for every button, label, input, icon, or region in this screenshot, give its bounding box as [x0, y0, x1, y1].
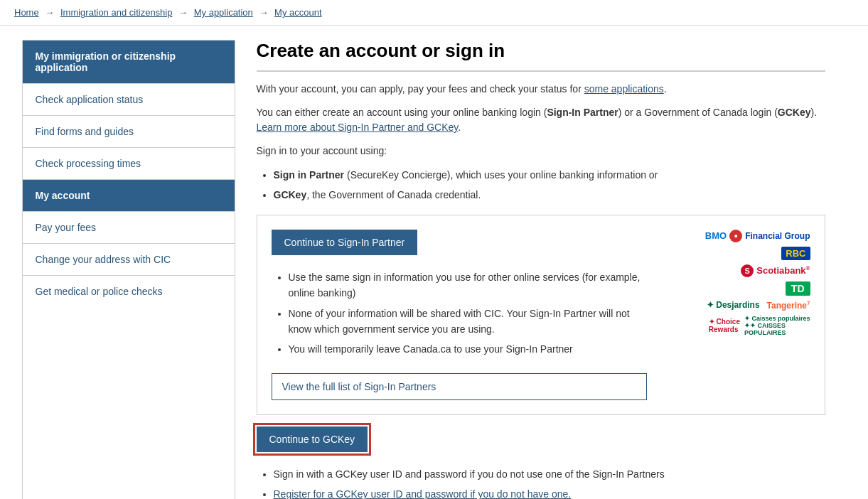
gckey-bullets: Sign in with a GCKey user ID and passwor… [274, 466, 825, 499]
main-content: Create an account or sign in With your a… [235, 40, 847, 499]
signin-label: Sign in to your account using: [257, 144, 825, 159]
breadcrumb-sep-2: → [178, 7, 188, 18]
gckey-bullet-2: Register for a GCKey user ID and passwor… [274, 486, 825, 499]
breadcrumb-sep-1: → [45, 7, 54, 18]
signin-partner-bullet-1: Use the same sign in information you use… [289, 269, 647, 301]
some-applications-link[interactable]: some applications [584, 83, 664, 95]
breadcrumb-home[interactable]: Home [14, 7, 39, 18]
td-logo: TD [786, 281, 810, 296]
view-full-list-button[interactable]: View the full list of Sign-In Partners [272, 373, 647, 400]
desjardins-tangerine-logos: ✦ Desjardins Tangerine7 [707, 300, 810, 311]
signin-partner-bullet-3: You will temporarily leave Canada.ca to … [289, 341, 647, 357]
bmo-logo: BMO ● Financial Group [705, 230, 810, 242]
sidebar-item-medical-checks[interactable]: Get medical or police checks [23, 275, 235, 307]
register-gckey-link[interactable]: Register for a GCKey user ID and passwor… [274, 488, 572, 499]
sidebar-item-my-account[interactable]: My account [23, 179, 235, 211]
signin-partner-logos: BMO ● Financial Group RBC S Scotiabank® … [661, 230, 810, 400]
sidebar-item-pay-fees[interactable]: Pay your fees [23, 211, 235, 243]
scotiabank-logo: S Scotiabank® [741, 264, 810, 277]
signin-partner-bullets: Use the same sign in information you use… [289, 269, 647, 358]
intro-paragraph-2: You can either create an account using y… [257, 105, 825, 135]
gckey-bullet-1: Sign in with a GCKey user ID and passwor… [274, 466, 825, 482]
continue-signin-partner-button[interactable]: Continue to Sign-In Partner [272, 230, 418, 255]
breadcrumb-my-account[interactable]: My account [274, 7, 321, 18]
page-layout: My immigration or citizenship applicatio… [15, 40, 854, 499]
signin-partner-left: Continue to Sign-In Partner Use the same… [272, 230, 647, 400]
breadcrumb-immigration[interactable]: Immigration and citizenship [60, 7, 173, 18]
choice-caisses-logos: ✦ ChoiceRewards ✦ Caisses populaires✦✦ C… [709, 315, 810, 336]
signin-partner-bullet-2: None of your information will be shared … [289, 306, 647, 338]
continue-gckey-button[interactable]: Continue to GCKey [257, 426, 368, 452]
signin-partner-box: Continue to Sign-In Partner Use the same… [257, 215, 825, 415]
learn-more-link[interactable]: Learn more about Sign-In Partner and GCK… [257, 122, 459, 133]
intro-paragraph-1: With your account, you can apply, pay yo… [257, 82, 825, 97]
gckey-section: Continue to GCKey Sign in with a GCKey u… [257, 426, 825, 499]
rbc-logo: RBC [781, 247, 810, 260]
breadcrumb: Home → Immigration and citizenship → My … [0, 0, 868, 26]
signin-methods-list: Sign in Partner (SecureKey Concierge), w… [274, 167, 825, 203]
sidebar-item-processing-times[interactable]: Check processing times [23, 147, 235, 179]
sidebar-item-change-address[interactable]: Change your address with CIC [23, 243, 235, 275]
signin-method-gckey: GCKey, the Government of Canada credenti… [274, 187, 825, 203]
sidebar: My immigration or citizenship applicatio… [22, 40, 235, 499]
signin-method-partner: Sign in Partner (SecureKey Concierge), w… [274, 167, 825, 183]
breadcrumb-my-application[interactable]: My application [194, 7, 253, 18]
sidebar-item-forms-guides[interactable]: Find forms and guides [23, 115, 235, 147]
breadcrumb-sep-3: → [259, 7, 268, 18]
sidebar-item-check-status[interactable]: Check application status [23, 83, 235, 115]
sidebar-item-my-immigration[interactable]: My immigration or citizenship applicatio… [23, 40, 235, 83]
page-heading: Create an account or sign in [257, 40, 825, 72]
